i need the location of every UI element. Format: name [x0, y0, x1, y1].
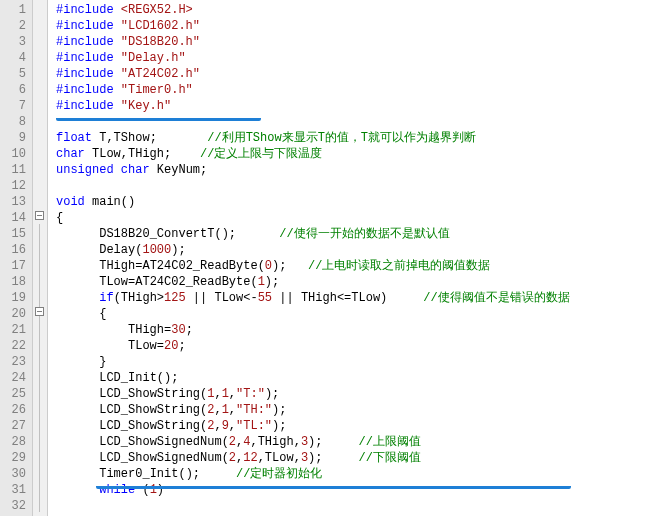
code-line: #include "Key.h" [56, 98, 666, 114]
code-line: LCD_ShowSignedNum(2,12,TLow,3); //下限阈值 [56, 450, 666, 466]
line-number: 30 [2, 466, 26, 482]
code-line: LCD_ShowString(1,1,"T:"); [56, 386, 666, 402]
annotation-underline [96, 483, 571, 489]
line-number: 12 [2, 178, 26, 194]
line-number: 26 [2, 402, 26, 418]
code-line: #include "Timer0.h" [56, 82, 666, 98]
line-number: 17 [2, 258, 26, 274]
line-number: 25 [2, 386, 26, 402]
line-number: 11 [2, 162, 26, 178]
code-line: TLow=AT24C02_ReadByte(1); [56, 274, 666, 290]
line-number: 22 [2, 338, 26, 354]
line-number: 19 [2, 290, 26, 306]
code-line: DS18B20_ConvertT(); //使得一开始的数据不是默认值 [56, 226, 666, 242]
code-line: #include "DS18B20.h" [56, 34, 666, 50]
code-line: float T,TShow; //利用TShow来显示T的值，T就可以作为越界判… [56, 130, 666, 146]
code-line: #include <REGX52.H> [56, 2, 666, 18]
line-number: 24 [2, 370, 26, 386]
line-number-gutter: 1 2 3 4 5 6 7 8 9 10 11 12 13 14 15 16 1… [0, 0, 33, 516]
line-number: 28 [2, 434, 26, 450]
line-number: 13 [2, 194, 26, 210]
code-line: TLow=20; [56, 338, 666, 354]
line-number: 16 [2, 242, 26, 258]
code-line: if(THigh>125 || TLow<-55 || THigh<=TLow)… [56, 290, 666, 306]
fold-toggle[interactable] [35, 211, 44, 220]
line-number: 2 [2, 18, 26, 34]
code-line [56, 498, 666, 514]
code-line: #include "AT24C02.h" [56, 66, 666, 82]
line-number: 14 [2, 210, 26, 226]
line-number: 8 [2, 114, 26, 130]
code-line: THigh=30; [56, 322, 666, 338]
code-line: #include "Delay.h" [56, 50, 666, 66]
line-number: 18 [2, 274, 26, 290]
line-number: 32 [2, 498, 26, 514]
code-line: LCD_ShowSignedNum(2,4,THigh,3); //上限阈值 [56, 434, 666, 450]
code-line: } [56, 354, 666, 370]
line-number: 5 [2, 66, 26, 82]
code-line: LCD_ShowString(2,1,"TH:"); [56, 402, 666, 418]
code-line: LCD_ShowString(2,9,"TL:"); [56, 418, 666, 434]
line-number: 23 [2, 354, 26, 370]
fold-margin [33, 0, 48, 516]
code-line: Delay(1000); [56, 242, 666, 258]
fold-toggle[interactable] [35, 307, 44, 316]
code-editor: 1 2 3 4 5 6 7 8 9 10 11 12 13 14 15 16 1… [0, 0, 666, 516]
line-number: 15 [2, 226, 26, 242]
line-number: 21 [2, 322, 26, 338]
code-line: #include "LCD1602.h" [56, 18, 666, 34]
line-number: 27 [2, 418, 26, 434]
line-number: 1 [2, 2, 26, 18]
line-number: 20 [2, 306, 26, 322]
code-line: char TLow,THigh; //定义上限与下限温度 [56, 146, 666, 162]
line-number: 4 [2, 50, 26, 66]
code-line: { [56, 210, 666, 226]
line-number: 31 [2, 482, 26, 498]
code-line: Timer0_Init(); //定时器初始化 [56, 466, 666, 482]
code-line: { [56, 306, 666, 322]
line-number: 9 [2, 130, 26, 146]
line-number: 29 [2, 450, 26, 466]
code-line: THigh=AT24C02_ReadByte(0); //上电时读取之前掉电的阈… [56, 258, 666, 274]
annotation-underline [56, 115, 261, 121]
code-line: unsigned char KeyNum; [56, 162, 666, 178]
code-line: LCD_Init(); [56, 370, 666, 386]
line-number: 6 [2, 82, 26, 98]
code-area[interactable]: #include <REGX52.H> #include "LCD1602.h"… [48, 0, 666, 516]
code-line: void main() [56, 194, 666, 210]
line-number: 7 [2, 98, 26, 114]
line-number: 10 [2, 146, 26, 162]
code-line [56, 178, 666, 194]
line-number: 3 [2, 34, 26, 50]
